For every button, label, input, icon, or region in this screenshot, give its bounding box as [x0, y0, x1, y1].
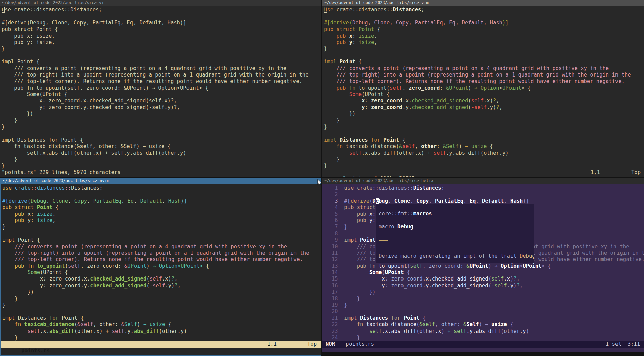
pane-helix[interactable]: ~/dev/advent_of_code_2023/aoc_libs/src> …: [322, 178, 644, 352]
code-line: 24 }: [322, 335, 644, 341]
terminal-window: ~/dev/advent_of_code_2023/aoc_libs/src> …: [0, 0, 644, 356]
pane-title-nvim[interactable]: ~/dev/advent_of_code_2023/aoc_libs/src> …: [1, 178, 321, 184]
code-line: }): [2, 289, 321, 295]
popup-line: macro Debug: [376, 224, 534, 230]
code-line: 14 Some(UPoint {: [322, 269, 644, 276]
code-line: #[derive(Debug, Clone, Copy, PartialEq, …: [2, 198, 321, 204]
code-line: x: zero_coord.x.checked_add_signed(self.…: [2, 276, 321, 282]
code-line: 3 #[derive(Debug, Clone, Copy, PartialEq…: [322, 198, 644, 204]
pane-title-helix[interactable]: ~/dev/advent_of_code_2023/aoc_libs/src> …: [322, 178, 644, 184]
code-line: impl Point {: [2, 59, 321, 65]
code-line: }: [2, 335, 321, 341]
vim-file-info: "points.rs" 229L, 5970B: [343, 176, 415, 177]
code-line: pub y: isize,: [324, 39, 644, 46]
code-line: }: [2, 124, 321, 130]
code-line: [2, 130, 321, 137]
code-line: #[derive(Debug, Clone, Copy, PartialEq, …: [2, 20, 321, 26]
code-line: 2: [322, 191, 644, 198]
code-line: 18 }: [322, 296, 644, 302]
code-line: impl Distances for Point {: [2, 137, 321, 143]
code-line: }: [2, 156, 321, 163]
code-line: }: [324, 117, 644, 124]
code-line: use crate::distances::Distances;: [2, 7, 321, 13]
code-line: pub fn to_upoint(self, zero_coord: &UPoi…: [324, 85, 644, 91]
code-line: fn taxicab_distance(&self, other: &Self)…: [324, 143, 644, 150]
code-line: }: [2, 163, 321, 169]
code-line: 21 impl Distances for Point {: [322, 315, 644, 321]
popup-line: [376, 231, 534, 237]
lsp-hover-popup: core::fmt::macrosmacro DebugDerive macro…: [376, 204, 534, 263]
code-line: pub y: isize,: [2, 39, 321, 46]
code-line: pub x: isize,: [2, 211, 321, 217]
helix-filename: points.rs: [346, 341, 374, 347]
code-line: 20: [322, 308, 644, 315]
code-line: [2, 191, 321, 198]
code-line: pub struct Point {: [2, 26, 321, 33]
code-line: }: [324, 156, 644, 163]
code-line: use crate::distances::Distances;: [2, 185, 321, 191]
pane-nvim[interactable]: ~/dev/advent_of_code_2023/aoc_libs/src> …: [0, 178, 321, 356]
code-line: impl Point {: [2, 237, 321, 243]
code-line: /// top-left corner). Returns none if th…: [2, 78, 321, 85]
popup-line: Derive macro generating an impl of the t…: [376, 253, 534, 259]
code-line: pub x: isize,: [2, 33, 321, 39]
code-line: pub fn to_upoint(self, zero_coord: &UPoi…: [2, 85, 321, 91]
code-line: 1 use crate::distances::Distances;: [322, 185, 644, 191]
helix-cursor-position: 3:11: [628, 341, 640, 347]
code-line: 15 x: zero_coord.x.checked_add_signed(se…: [322, 276, 644, 282]
code-line: x: zero_coord.x.checked_add_signed(self.…: [2, 98, 321, 104]
code-line: 19 }: [322, 302, 644, 308]
pane-divider: [322, 0, 322, 177]
code-line: /// top-left corner). Returns none if th…: [2, 256, 321, 263]
code-line: }: [2, 46, 321, 52]
code-line: [2, 231, 321, 237]
code-area-nvim[interactable]: use crate::distances::Distances;#[derive…: [1, 184, 321, 341]
code-line: [324, 13, 644, 19]
nvim-filename: points.rs: [21, 348, 50, 354]
popup-line: [376, 217, 534, 224]
popup-line: [376, 240, 534, 246]
code-line: }: [324, 163, 644, 169]
code-line: }): [324, 111, 644, 117]
code-line: }: [2, 224, 321, 230]
pane-title-vi[interactable]: ~/dev/advent_of_code_2023/aoc_libs/src> …: [0, 0, 321, 6]
code-area-vim[interactable]: use crate::distances::Distances;#[derive…: [322, 6, 644, 169]
code-line: /// top-left corner). Returns none if th…: [324, 78, 644, 85]
nvim-scroll-position: Top: [307, 341, 317, 347]
code-line: fn taxicab_distance(&self, other: &Self)…: [2, 321, 321, 328]
code-line: }: [2, 302, 321, 308]
helix-selection-count: 1 sel: [606, 341, 622, 347]
popup-line: [376, 246, 534, 253]
code-line: pub x: isize,: [324, 33, 644, 39]
pane-vi[interactable]: ~/dev/advent_of_code_2023/aoc_libs/src> …: [0, 0, 321, 177]
nvim-ruler: 1,1: [267, 341, 277, 347]
helix-mode-indicator: NOR: [326, 341, 335, 347]
vi-statusline: "points.rs" 229 lines, 5970 characters: [0, 169, 321, 176]
popup-line: [376, 259, 534, 263]
code-line: 23 self.x.abs_diff(other.x) + self.y.abs…: [322, 328, 644, 335]
code-line: Some(UPoint {: [324, 91, 644, 98]
code-line: x: zero_coord.x.checked_add_signed(self.…: [324, 98, 644, 104]
code-line: fn taxicab_distance(&self, other: &Self)…: [2, 143, 321, 150]
pane-vim[interactable]: ~/dev/advent_of_code_2023/aoc_libs/src> …: [322, 0, 644, 177]
nvim-statusline: points.rs 1,1 Top: [1, 341, 321, 347]
code-line: pub y: isize,: [2, 217, 321, 224]
code-line: 22 fn taxicab_distance(&self, other: &Se…: [322, 321, 644, 328]
pane-title-vim[interactable]: ~/dev/advent_of_code_2023/aoc_libs/src> …: [322, 0, 644, 6]
vim-statusline: "points.rs" 229L, 5970B 1,1 Top: [322, 169, 644, 176]
code-line: /// top-right) into a upoint (representi…: [2, 250, 321, 256]
code-area-vi[interactable]: use crate::distances::Distances;#[derive…: [0, 6, 321, 169]
code-line: pub fn to_upoint(self, zero_coord: &UPoi…: [2, 263, 321, 269]
helix-statusline: NOR points.rs 1 sel 3:11: [322, 341, 644, 347]
code-line: self.x.abs_diff(other.x) + self.y.abs_di…: [324, 150, 644, 156]
code-line: }: [324, 46, 644, 52]
code-line: y: zero_coord.y.checked_add_signed(-self…: [2, 283, 321, 289]
code-line: impl Point {: [324, 59, 644, 65]
code-line: /// converts a point (representing a poi…: [324, 65, 644, 72]
code-line: }: [2, 296, 321, 302]
code-line: 17 }): [322, 289, 644, 295]
code-line: Some(UPoint {: [2, 91, 321, 98]
vim-ruler: 1,1: [591, 169, 600, 176]
code-line: [324, 130, 644, 137]
code-line: pub struct Point {: [324, 26, 644, 33]
